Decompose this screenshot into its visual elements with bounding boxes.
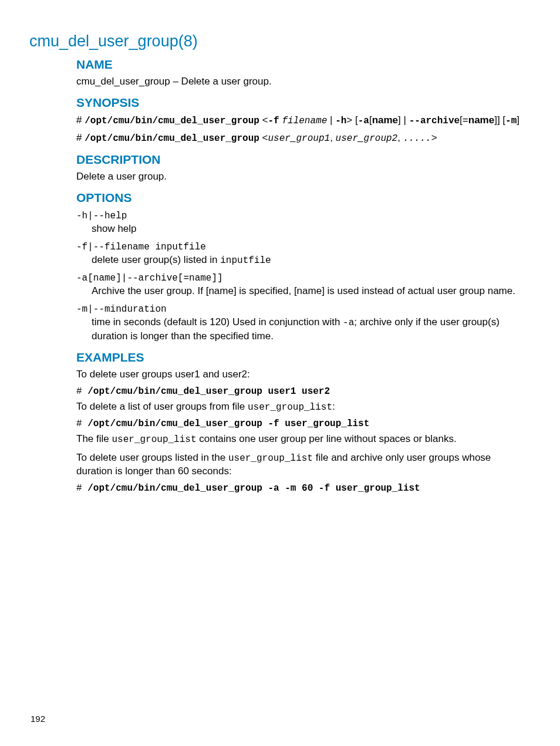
desc-pre: time in seconds (default is 120) Used in… <box>92 316 343 328</box>
hash: # <box>76 386 87 397</box>
hash: # <box>76 483 87 494</box>
example-cmd-2: # /opt/cmu/bin/cmu_del_user_group -f use… <box>76 418 528 429</box>
ug1: user_group1 <box>268 133 330 144</box>
heading-name: NAME <box>76 58 528 72</box>
aflag: -a <box>358 116 369 126</box>
archend: ]] [ <box>494 114 505 126</box>
page-title: cmu_del_user_group(8) <box>29 32 531 50</box>
sp: < <box>259 132 268 143</box>
gt: > [ <box>346 114 357 126</box>
cmd: /opt/cmu/bin/cmu_del_user_group <box>85 133 259 144</box>
cmd: /opt/cmu/bin/cmu_del_user_group -a -m 60… <box>87 483 420 494</box>
synopsis-line-2: # /opt/cmu/bin/cmu_del_user_group <user_… <box>76 131 528 145</box>
heading-examples: EXAMPLES <box>76 350 528 364</box>
code: user_group_list <box>248 402 332 413</box>
pre: The file <box>76 433 112 444</box>
desc-pre: delete user group(s) listed in <box>92 254 220 265</box>
synopsis-line-1: # /opt/cmu/bin/cmu_del_user_group <-f fi… <box>76 113 528 127</box>
end: ] <box>517 114 519 126</box>
end: > <box>431 132 437 143</box>
option-help-desc: show help <box>92 222 528 236</box>
example-intro-3: To delete user groups listed in the user… <box>76 451 528 479</box>
option-file-desc: delete user group(s) listed in inputfile <box>92 254 528 268</box>
code: user_group_list <box>112 434 196 445</box>
ug2: user_group2 <box>336 133 398 144</box>
heading-description: DESCRIPTION <box>76 153 528 167</box>
c2: , <box>397 132 403 143</box>
post: : <box>332 401 335 412</box>
pipearch: | <box>401 114 409 126</box>
option-archive-term: -a[name]|--archive[=name]] <box>76 273 528 283</box>
name-text: cmu_del_user_group – Delete a user group… <box>76 75 528 89</box>
heading-options: OPTIONS <box>76 191 528 205</box>
option-file-term: -f|--filename inputfile <box>76 242 528 252</box>
cmd: /opt/cmu/bin/cmu_del_user_group <box>85 116 259 126</box>
cmd: /opt/cmu/bin/cmu_del_user_group -f user_… <box>87 418 369 429</box>
description-text: Delete a user group. <box>76 170 528 184</box>
example-intro-2: To delete a list of user groups from fil… <box>76 400 528 414</box>
dots: ..... <box>403 133 431 144</box>
post: contains one user group per line without… <box>197 433 457 444</box>
hash: # <box>76 132 85 143</box>
content-section: NAME cmu_del_user_group – Delete a user … <box>76 58 528 494</box>
archeq: [= <box>460 114 468 126</box>
pre: To delete a list of user groups from fil… <box>76 401 248 412</box>
cmd: /opt/cmu/bin/cmu_del_user_group user1 us… <box>87 386 330 397</box>
pipe: | <box>327 114 335 126</box>
c1: , <box>330 132 335 143</box>
filename: filename <box>282 116 327 126</box>
page-number: 192 <box>31 714 45 724</box>
option-archive-desc: Archive the user group. If [name] is spe… <box>92 285 528 298</box>
code: user_group_list <box>228 453 313 464</box>
example-cmd-1: # /opt/cmu/bin/cmu_del_user_group user1 … <box>76 386 528 397</box>
archive: --archive <box>409 116 460 126</box>
desc-code: inputfile <box>220 255 271 266</box>
hash: # <box>76 114 85 126</box>
name: name <box>372 114 398 126</box>
mflag: -m <box>505 116 517 126</box>
example-note: The file user_group_list contains one us… <box>76 433 528 447</box>
example-intro-1: To delete user groups user1 and user2: <box>76 368 528 382</box>
heading-synopsis: SYNOPSIS <box>76 96 528 110</box>
pre: To delete user groups listed in the <box>76 452 228 463</box>
fflag: -f <box>268 116 279 126</box>
option-help-term: -h|--help <box>76 211 528 221</box>
hash: # <box>76 418 87 429</box>
archname: name <box>468 114 494 126</box>
option-mindur-term: -m|--minduration <box>76 304 528 315</box>
option-mindur-desc: time in seconds (default is 120) Used in… <box>92 316 528 343</box>
example-cmd-3: # /opt/cmu/bin/cmu_del_user_group -a -m … <box>76 483 528 494</box>
man-page: cmu_del_user_group(8) NAME cmu_del_user_… <box>0 0 560 494</box>
desc-code: -a <box>343 318 354 328</box>
lt: < <box>259 114 268 126</box>
hflag: -h <box>335 116 346 126</box>
